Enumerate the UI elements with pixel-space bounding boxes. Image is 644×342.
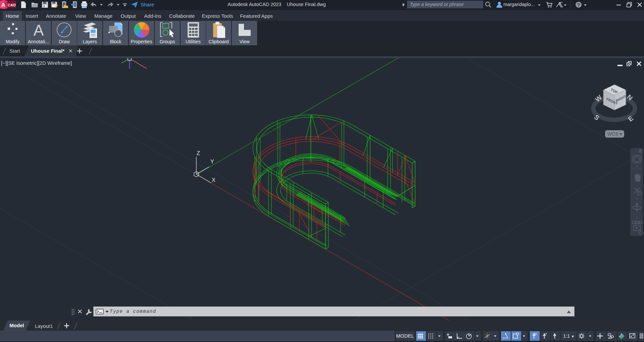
svg-text:A: A: [33, 21, 44, 38]
svg-text:Y: Y: [210, 159, 214, 164]
svg-text:?: ?: [577, 2, 580, 7]
svg-text:Z: Z: [197, 150, 200, 156]
svg-text:X: X: [212, 177, 215, 183]
svg-text:CAD: CAD: [8, 3, 16, 7]
svg-text:A: A: [1, 2, 5, 8]
